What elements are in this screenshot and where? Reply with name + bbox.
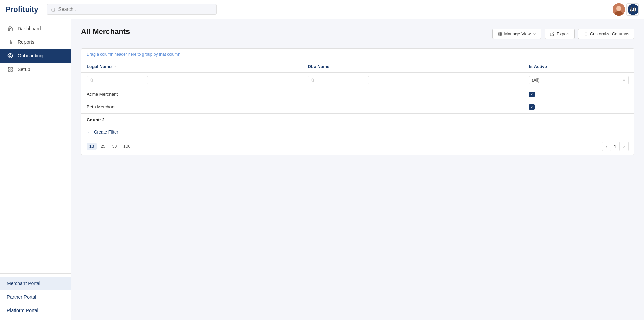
filter-legal-name-cell [81, 73, 302, 88]
legal-name-filter-field[interactable] [96, 78, 145, 83]
svg-line-30 [313, 81, 314, 82]
page-size-10-button[interactable]: 10 [87, 143, 97, 150]
sidebar-item-label: Reports [18, 39, 34, 45]
sort-icon: ↑ [114, 65, 116, 69]
is-active-cell: ✓ [524, 88, 634, 101]
table-row: Beta Merchant ✓ [81, 101, 634, 113]
svg-point-3 [616, 6, 621, 11]
export-label: Export [557, 31, 570, 36]
active-checkbox[interactable]: ✓ [529, 104, 535, 110]
svg-rect-5 [630, 7, 635, 12]
merchants-table-container: Drag a column header here to group by th… [81, 48, 634, 155]
legal-name-cell: Acme Merchant [81, 88, 302, 101]
portal-item-platform-portal[interactable]: Platform Portal [0, 304, 71, 317]
portal-label: Partner Portal [7, 294, 36, 300]
customize-columns-button[interactable]: Customize Columns [578, 29, 634, 39]
table-row: Acme Merchant ✓ [81, 88, 634, 101]
sidebar-item-label: Setup [18, 67, 30, 72]
svg-rect-12 [8, 67, 10, 69]
dba-name-cell [302, 88, 523, 101]
svg-line-28 [92, 81, 93, 82]
filter-legal-name-input[interactable] [87, 76, 148, 84]
pagination-controls: ‹ 1 › [602, 142, 629, 151]
count-label: Count: 2 [81, 113, 634, 126]
filter-dba-name-cell [302, 73, 523, 88]
page-sizes: 102550100 [87, 143, 133, 150]
svg-rect-16 [498, 32, 499, 33]
search-icon [51, 6, 56, 12]
page-size-50-button[interactable]: 50 [109, 143, 119, 150]
th-is-active-label: Is Active [529, 64, 547, 69]
toolbar: Manage View Export Customize Columns [492, 29, 634, 39]
th-is-active[interactable]: Is Active [524, 60, 634, 73]
avatar [613, 3, 625, 16]
portal-label: Platform Portal [7, 308, 38, 313]
search-bar[interactable] [47, 4, 217, 14]
table-header-row: Legal Name ↑ Dba Name Is Active [81, 60, 634, 73]
app-header: Profituity AD [0, 0, 644, 19]
main-content: All Merchants Manage View Export Customi… [71, 19, 644, 320]
th-dba-name-label: Dba Name [308, 64, 329, 69]
sidebar-item-dashboard[interactable]: Dashboard [0, 22, 71, 35]
search-input[interactable] [58, 6, 212, 12]
sidebar-nav: Dashboard Reports Onboarding Setup [0, 19, 71, 273]
user-circle-icon [7, 53, 14, 58]
svg-rect-14 [8, 70, 10, 71]
manage-view-button[interactable]: Manage View [492, 29, 542, 39]
sidebar-bottom: Merchant PortalPartner PortalPlatform Po… [0, 273, 71, 320]
customize-columns-label: Customize Columns [590, 31, 629, 36]
app-logo: Profituity [5, 5, 38, 14]
create-filter-label: Create Filter [94, 129, 118, 135]
page-size-25-button[interactable]: 25 [98, 143, 108, 150]
sidebar-item-label: Onboarding [18, 53, 43, 58]
th-dba-name[interactable]: Dba Name [302, 60, 523, 73]
sidebar-item-reports[interactable]: Reports [0, 35, 71, 49]
sidebar-item-onboarding[interactable]: Onboarding [0, 49, 71, 63]
sidebar-item-setup[interactable]: Setup [0, 63, 71, 76]
merchants-table: Legal Name ↑ Dba Name Is Active [81, 60, 634, 113]
portal-item-merchant-portal[interactable]: Merchant Portal [0, 277, 71, 290]
svg-rect-15 [11, 70, 12, 71]
pagination-row: 102550100 ‹ 1 › [81, 138, 634, 155]
th-legal-name[interactable]: Legal Name ↑ [81, 60, 302, 73]
svg-point-29 [311, 79, 314, 81]
svg-rect-17 [500, 32, 502, 33]
svg-point-11 [10, 55, 11, 56]
bar-chart-icon [7, 39, 14, 45]
svg-line-1 [54, 11, 55, 12]
prev-page-button[interactable]: ‹ [602, 142, 611, 151]
sidebar: Dashboard Reports Onboarding Setup Merch… [0, 19, 71, 320]
is-active-filter-select[interactable]: (All) [529, 76, 629, 84]
dba-name-cell [302, 101, 523, 113]
grid-icon [7, 67, 14, 72]
home-icon [7, 26, 14, 31]
export-button[interactable]: Export [545, 29, 575, 39]
manage-view-label: Manage View [504, 31, 531, 36]
current-page: 1 [614, 144, 616, 149]
th-legal-name-label: Legal Name [87, 64, 112, 69]
sidebar-toggle-button[interactable] [626, 3, 639, 16]
svg-rect-19 [500, 34, 502, 36]
portal-label: Merchant Portal [7, 281, 40, 286]
svg-point-0 [51, 8, 54, 11]
main-layout: Dashboard Reports Onboarding Setup Merch… [0, 19, 644, 320]
svg-line-20 [552, 32, 554, 34]
svg-point-27 [90, 79, 92, 81]
portal-item-partner-portal[interactable]: Partner Portal [0, 290, 71, 304]
active-checkbox[interactable]: ✓ [529, 92, 535, 97]
dba-name-filter-field[interactable] [317, 78, 366, 83]
drag-hint: Drag a column header here to group by th… [81, 49, 634, 60]
legal-name-cell: Beta Merchant [81, 101, 302, 113]
create-filter-button[interactable]: Create Filter [81, 126, 634, 138]
next-page-button[interactable]: › [619, 142, 629, 151]
sidebar-item-label: Dashboard [18, 26, 41, 31]
filter-is-active-cell: (All) [524, 73, 634, 88]
is-active-filter-value: (All) [532, 78, 539, 83]
table-filter-row: (All) [81, 73, 634, 88]
page-size-100-button[interactable]: 100 [121, 143, 133, 150]
page-title: All Merchants [81, 27, 130, 36]
svg-rect-13 [11, 67, 12, 69]
svg-rect-18 [498, 34, 499, 36]
is-active-cell: ✓ [524, 101, 634, 113]
filter-dba-name-input[interactable] [308, 76, 369, 84]
